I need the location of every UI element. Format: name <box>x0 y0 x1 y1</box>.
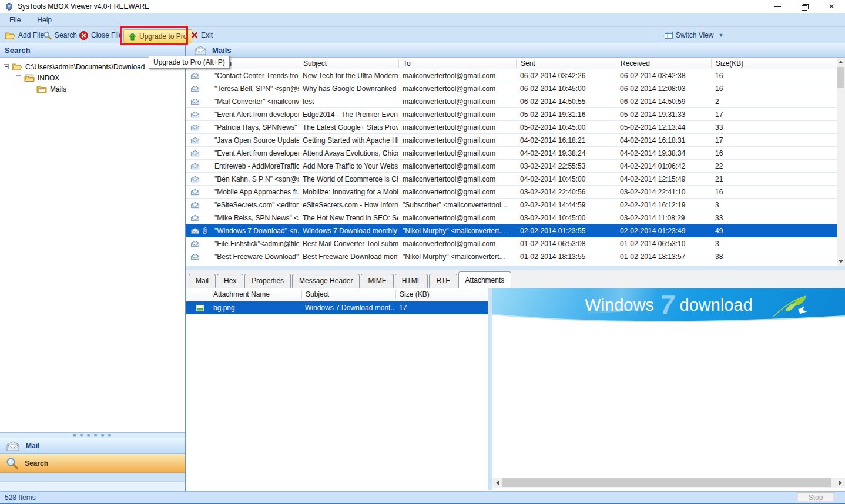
mail-list-vertical-scrollbar[interactable] <box>837 58 845 266</box>
tab-html[interactable]: HTML <box>395 274 428 288</box>
tree-item[interactable]: INBOX <box>0 72 185 83</box>
mail-row[interactable]: "Ben Kahn, S P N" <spn@si...The World of… <box>186 173 837 186</box>
mail-size: 22 <box>711 162 837 170</box>
menu-help[interactable]: Help <box>30 16 59 24</box>
mail-subject: Best Mail Converter Tool submis... <box>299 240 398 248</box>
stop-button[interactable]: Stop <box>797 492 834 502</box>
add-file-button[interactable]: Add File <box>5 27 44 43</box>
search-button[interactable]: Search <box>43 27 77 43</box>
mail-subject: The Hot New Trend in SEO: Sem... <box>299 214 398 222</box>
column-header-received[interactable]: Received <box>616 59 711 68</box>
mail-received: 06-02-2014 12:08:03 <box>616 85 711 93</box>
minimize-button[interactable] <box>764 0 791 13</box>
mail-sent: 04-02-2014 16:18:21 <box>516 136 616 145</box>
scroll-thumb[interactable] <box>502 478 831 487</box>
upgrade-to-pro-button[interactable]: Upgrade to Pro <box>123 29 192 43</box>
column-header-attachment-size[interactable]: Size (KB) <box>395 290 488 299</box>
column-header-size[interactable]: Size(KB) <box>711 59 837 68</box>
tab-mime[interactable]: MIME <box>361 274 393 288</box>
scroll-down-arrow[interactable] <box>837 257 845 266</box>
mail-row[interactable]: Entireweb - AddMoreTraffic...Add More Tr… <box>186 160 837 173</box>
mail-received: 04-02-2014 01:06:42 <box>616 162 711 170</box>
mail-row[interactable]: "Contact Center Trends fro...New Tech fo… <box>186 69 837 82</box>
mail-received: 04-02-2014 16:18:31 <box>616 136 711 145</box>
mail-row[interactable]: "Patricia Hays, SPNNews" <...The Latest … <box>186 121 837 134</box>
mail-from: "Patricia Hays, SPNNews" <... <box>210 123 299 132</box>
scroll-right-arrow[interactable] <box>836 478 845 488</box>
tree-item[interactable]: Mails <box>0 83 185 95</box>
close-file-button[interactable]: Close File <box>79 27 122 43</box>
toolbar-separator <box>658 29 658 41</box>
scroll-up-arrow[interactable] <box>837 58 845 66</box>
tree-item-label: INBOX <box>38 74 59 82</box>
mail-sent: 06-02-2014 14:50:55 <box>516 98 616 106</box>
tab-rtf[interactable]: RTF <box>429 274 457 288</box>
mail-from: "File Fishstick"<admin@file... <box>210 240 299 248</box>
mail-size: 33 <box>711 123 837 132</box>
nav-mail-button[interactable]: Mail <box>0 438 185 454</box>
exit-button[interactable]: Exit <box>191 27 213 43</box>
nav-strip <box>0 482 185 491</box>
scroll-left-arrow[interactable] <box>492 478 502 488</box>
mail-to: mailconvertertool@gmail.com <box>398 240 516 248</box>
grid-view-icon <box>665 32 673 39</box>
mail-received: 04-02-2014 19:38:34 <box>616 149 711 157</box>
tree-collapse-expander[interactable] <box>16 75 21 80</box>
preview-tab-strip: MailHexPropertiesMessage HeaderMIMEHTMLR… <box>186 270 845 288</box>
column-header-attachment-name[interactable]: Attachment Name <box>210 290 301 299</box>
tab-mail[interactable]: Mail <box>189 274 216 288</box>
nav-search-button[interactable]: Search <box>0 454 185 473</box>
mail-from: "Ben Kahn, S P N" <spn@si... <box>210 175 299 183</box>
open-folder-icon <box>5 32 15 39</box>
mail-sent: 06-02-2014 03:42:26 <box>516 72 616 80</box>
tab-attachments[interactable]: Attachments <box>458 271 512 288</box>
tab-hex[interactable]: Hex <box>217 274 243 288</box>
mail-list: "Contact Center Trends fro...New Tech fo… <box>186 69 837 266</box>
restore-button[interactable] <box>791 0 818 13</box>
menu-file[interactable]: File <box>2 16 28 24</box>
mail-row[interactable]: "Java Open Source Update"...Getting Star… <box>186 134 837 147</box>
mail-row[interactable]: "eSiteSecrets.com" <editor...eSiteSecret… <box>186 199 837 211</box>
attachment-row[interactable]: bg.pngWindows 7 Download mont...17 <box>186 301 488 314</box>
close-button[interactable]: ✕ <box>818 0 845 13</box>
scroll-thumb[interactable] <box>837 67 844 88</box>
mail-row[interactable]: "Teresa Bell, SPN" <spn@sit...Why has Go… <box>186 82 837 95</box>
tab-properties[interactable]: Properties <box>244 274 291 288</box>
nav-strip <box>0 473 185 482</box>
attachment-subject: Windows 7 Download mont... <box>301 304 395 312</box>
column-header-sent[interactable]: Sent <box>516 59 616 68</box>
mail-received: 04-02-2014 12:15:49 <box>616 175 711 183</box>
mail-to: mailconvertertool@gmail.com <box>398 72 516 80</box>
menu-bar: File Help <box>0 13 845 27</box>
mail-from: "Event Alert from developer... <box>210 149 299 157</box>
column-header-attachment-subject[interactable]: Subject <box>301 290 395 299</box>
column-header-to[interactable]: To <box>398 59 516 68</box>
mail-to: mailconvertertool@gmail.com <box>398 85 516 93</box>
panel-splitter[interactable]: ■ ■ ■ ■ ■ ■ <box>0 433 185 438</box>
mail-to: mailconvertertool@gmail.com <box>398 149 516 157</box>
column-header-subject[interactable]: Subject <box>299 59 398 68</box>
mail-subject: The World of Ecommerce is Cha... <box>299 175 398 183</box>
mail-to: mailconvertertool@gmail.com <box>398 123 516 132</box>
mail-row[interactable]: "Mail Converter" <mailconv...testmailcon… <box>186 95 837 108</box>
envelope-icon <box>186 176 200 183</box>
mail-sent: 02-02-2014 14:44:59 <box>516 201 616 209</box>
mail-received: 05-02-2014 12:13:44 <box>616 123 711 132</box>
tree-collapse-expander[interactable] <box>4 64 9 69</box>
mail-received: 02-02-2014 16:12:19 <box>616 201 711 209</box>
mail-row[interactable]: "Event Alert from developer...Attend Ava… <box>186 147 837 160</box>
mail-subject: test <box>299 98 398 106</box>
mail-row[interactable]: "Mobile App Approaches fr...Mobilize: In… <box>186 186 837 199</box>
mail-subject: eSiteSecrets.com - How Informa... <box>299 201 398 209</box>
mail-row[interactable]: "Event Alert from developer...Edge2014 -… <box>186 108 837 121</box>
preview-horizontal-scrollbar[interactable] <box>492 478 845 488</box>
pane-divider[interactable] <box>488 288 492 490</box>
mail-row[interactable]: "Windows 7 Download" <n...Windows 7 Down… <box>186 224 837 237</box>
tab-message-header[interactable]: Message Header <box>292 274 360 288</box>
mail-row[interactable]: "Mike Reiss, SPN News" <s...The Hot New … <box>186 211 837 224</box>
title-bar: SysTools MBOX Viewer v4.0-FREEWARE ✕ <box>0 0 845 13</box>
attachment-name: bg.png <box>210 304 301 312</box>
mail-row[interactable]: "Best Freeware Download" ...Best Freewar… <box>186 250 837 263</box>
switch-view-button[interactable]: Switch View ▼ <box>665 27 723 43</box>
mail-row[interactable]: "File Fishstick"<admin@file...Best Mail … <box>186 237 837 250</box>
